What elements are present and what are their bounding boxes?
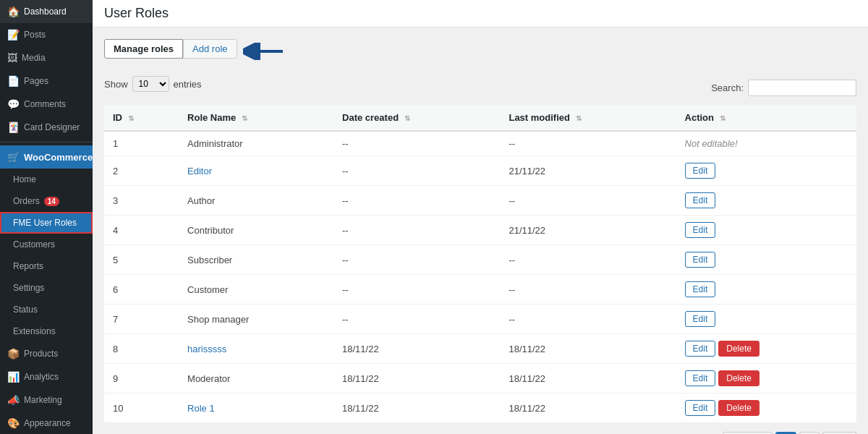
role-name-link[interactable]: Editor (187, 166, 212, 176)
cell-action: EditDelete (676, 393, 856, 423)
sidebar-item-extensions[interactable]: Extensions (0, 320, 93, 342)
edit-button[interactable]: Edit (685, 163, 716, 179)
col-id[interactable]: ID ⇅ (104, 105, 179, 131)
comments-icon: 💬 (7, 98, 20, 110)
cell-role-name: Administrator (179, 131, 333, 156)
cell-date-created: 18/11/22 (333, 393, 500, 423)
table-row: 2Editor--21/11/22Edit (104, 156, 856, 186)
cell-action: Edit (676, 275, 856, 305)
cell-action: Edit (676, 216, 856, 245)
sidebar-item-reports[interactable]: Reports (0, 255, 93, 277)
posts-icon: 📝 (7, 29, 20, 41)
sidebar-item-media[interactable]: 🖼Media (0, 46, 93, 69)
col-action[interactable]: Action ⇅ (676, 105, 856, 131)
sidebar-item-home[interactable]: Home (0, 169, 93, 190)
sidebar: 🏠Dashboard📝Posts🖼Media📄Pages💬Comments🃏Ca… (0, 0, 93, 434)
entries-label: entries (174, 79, 202, 90)
col-last-modified[interactable]: Last modified ⇅ (500, 105, 676, 131)
cell-last-modified: 18/11/22 (500, 334, 676, 364)
page-title: User Roles (104, 6, 169, 20)
tab-add-role[interactable]: Add role (183, 39, 237, 59)
appearance-icon: 🎨 (7, 417, 20, 429)
cell-role-name: Shop manager (179, 305, 333, 334)
table-header-row: ID ⇅ Role Name ⇅ Date created ⇅ Last mod… (104, 105, 856, 131)
sidebar-label-status: Status (13, 305, 38, 315)
sidebar-item-marketing[interactable]: 📣Marketing (0, 388, 93, 412)
cell-last-modified: 18/11/22 (500, 364, 676, 393)
sidebar-item-products[interactable]: 📦Products (0, 342, 93, 365)
sidebar-item-woocommerce[interactable]: 🛒WooCommerce (0, 145, 93, 169)
delete-button[interactable]: Delete (718, 400, 760, 416)
col-date-created[interactable]: Date created ⇅ (333, 105, 500, 131)
delete-button[interactable]: Delete (718, 341, 760, 357)
sidebar-item-orders[interactable]: Orders14 (0, 190, 93, 212)
cell-role-name: Contributor (179, 216, 333, 245)
cell-last-modified: -- (500, 275, 676, 305)
edit-button[interactable]: Edit (685, 222, 716, 238)
woocommerce-icon: 🛒 (7, 151, 20, 163)
cell-id: 2 (104, 156, 179, 186)
sidebar-item-dashboard[interactable]: 🏠Dashboard (0, 0, 93, 23)
sidebar-item-status[interactable]: Status (0, 299, 93, 320)
sidebar-label-dashboard: Dashboard (24, 7, 67, 17)
sidebar-label-card-designer: Card Designer (24, 122, 80, 132)
cell-date-created: 18/11/22 (333, 364, 500, 393)
cell-date-created: -- (333, 216, 500, 245)
edit-button[interactable]: Edit (685, 281, 716, 297)
entries-select[interactable]: 10 25 50 100 (132, 76, 169, 92)
cell-role-name: Author (179, 186, 333, 216)
show-label: Show (104, 79, 128, 90)
cell-action: EditDelete (676, 364, 856, 393)
edit-button[interactable]: Edit (685, 252, 716, 268)
sidebar-label-media: Media (22, 53, 46, 63)
role-name-link[interactable]: Role 1 (187, 403, 215, 414)
cell-id: 1 (104, 131, 179, 156)
sidebar-item-analytics[interactable]: 📊Analytics (0, 365, 93, 388)
cell-last-modified: 21/11/22 (500, 216, 676, 245)
cell-date-created: -- (333, 156, 500, 186)
col-role-name[interactable]: Role Name ⇅ (179, 105, 333, 131)
cell-last-modified: 21/11/22 (500, 156, 676, 186)
entries-search-row: Show 10 25 50 100 entries Search: (104, 76, 856, 99)
role-name-link[interactable]: harisssss (187, 344, 226, 354)
sidebar-item-card-designer[interactable]: 🃏Card Designer (0, 116, 93, 139)
delete-button[interactable]: Delete (718, 370, 760, 386)
cell-role-name: harisssss (179, 334, 333, 364)
search-input[interactable] (748, 80, 856, 96)
table-row: 7Shop manager----Edit (104, 305, 856, 334)
cell-id: 3 (104, 186, 179, 216)
cell-role-name: Customer (179, 275, 333, 305)
analytics-icon: 📊 (7, 371, 20, 383)
sidebar-label-orders: Orders (13, 196, 40, 206)
cell-id: 8 (104, 334, 179, 364)
cell-role-name: Editor (179, 156, 333, 186)
sidebar-label-comments: Comments (24, 99, 66, 109)
sidebar-label-reports: Reports (13, 261, 43, 271)
edit-button[interactable]: Edit (685, 370, 716, 386)
cell-last-modified: -- (500, 305, 676, 334)
sidebar-item-settings[interactable]: Settings (0, 277, 93, 299)
cell-role-name: Role 1 (179, 393, 333, 423)
search-bar: Search: (711, 80, 856, 96)
sidebar-item-customers[interactable]: Customers (0, 234, 93, 255)
marketing-icon: 📣 (7, 394, 20, 406)
sidebar-item-fme-user-roles[interactable]: FME User Roles (0, 212, 93, 234)
tab-buttons: Manage roles Add role (104, 39, 237, 59)
edit-button[interactable]: Edit (685, 400, 716, 416)
page-header: User Roles (93, 0, 868, 27)
table-row: 6Customer----Edit (104, 275, 856, 305)
table-row: 4Contributor--21/11/22Edit (104, 216, 856, 245)
edit-button[interactable]: Edit (685, 341, 716, 357)
sidebar-item-pages[interactable]: 📄Pages (0, 69, 93, 93)
tab-manage-roles[interactable]: Manage roles (104, 39, 183, 59)
sidebar-item-posts[interactable]: 📝Posts (0, 23, 93, 46)
cell-last-modified: 18/11/22 (500, 393, 676, 423)
arrow-indicator (243, 43, 286, 64)
edit-button[interactable]: Edit (685, 311, 716, 327)
sidebar-item-appearance[interactable]: 🎨Appearance (0, 412, 93, 434)
edit-button[interactable]: Edit (685, 192, 716, 208)
sidebar-item-comments[interactable]: 💬Comments (0, 93, 93, 116)
table-row: 8harisssss18/11/2218/11/22EditDelete (104, 334, 856, 364)
sidebar-label-posts: Posts (24, 30, 46, 40)
content-area: Manage roles Add role Show 10 (93, 27, 868, 434)
